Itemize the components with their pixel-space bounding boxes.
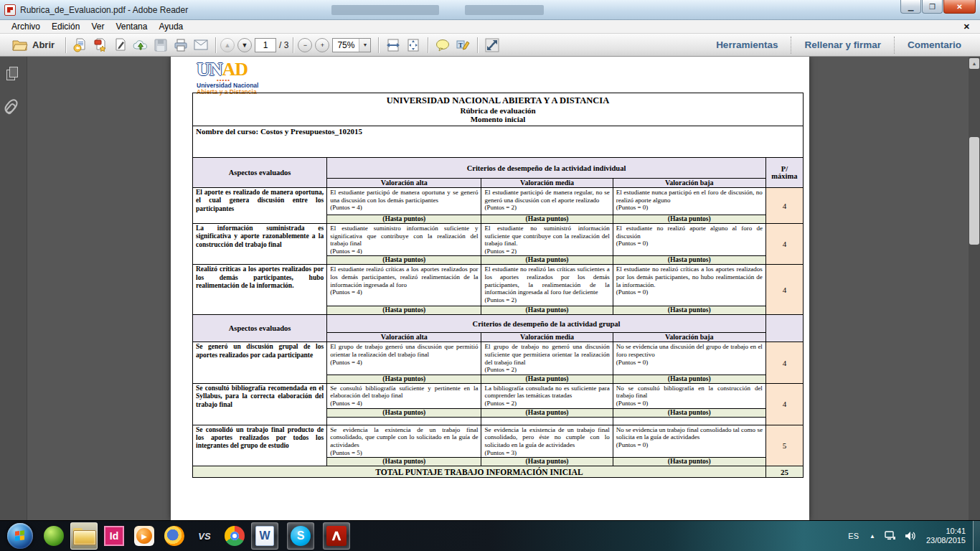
criteria-media-cell: El estudiante participó de manera regula… (481, 188, 613, 215)
create-pdf-button[interactable] (91, 36, 110, 55)
adobe-mark-icon (330, 529, 343, 542)
fullscreen-mode-button[interactable] (483, 36, 501, 55)
criteria-media-cell: El estudiante no realizó las críticas su… (481, 265, 613, 306)
aspectos-header: Aspectos evaluados (193, 315, 327, 342)
table-row: Se consultó bibliografía recomendada en … (193, 383, 804, 408)
show-hidden-icons-chevron[interactable]: ▲ (864, 533, 880, 540)
criteria-baja-cell: El estudiante nunca participó en el foro… (613, 188, 765, 215)
tray-date: 23/08/2015 (926, 536, 966, 545)
criteria-alta-cell: El estudiante participó de manera oportu… (327, 188, 481, 215)
save-button[interactable] (151, 36, 170, 55)
chevron-down-icon[interactable]: ▼ (359, 39, 370, 52)
valoracion-baja-header: Valoración baja (613, 333, 765, 342)
taskbar-icon-explorer[interactable] (70, 522, 98, 550)
valoracion-media-header: Valoración media (481, 333, 613, 342)
show-desktop-button[interactable] (973, 521, 980, 551)
criteria-baja-cell: No se evidencia una discusión del grupo … (613, 342, 765, 375)
share-file-button[interactable] (71, 36, 90, 55)
windows-flag-icon (15, 530, 25, 541)
page-thumbnails-icon[interactable] (6, 67, 18, 81)
desktop: Rubrica_de_Evaluacion.pdf - Adobe Reader… (0, 0, 980, 551)
criteria-baja-cell: No se evidencia un trabajo final consoli… (613, 425, 765, 457)
criteria-alta-cell: Se evidencia la existencia de un trabajo… (327, 425, 481, 457)
fit-page-button[interactable] (404, 36, 423, 55)
taskbar-icon-visual-studio[interactable]: VS (191, 522, 218, 550)
section1-header-row: Aspectos evaluados Criterios de desempeñ… (193, 158, 804, 179)
tab-herramientas[interactable]: Herramientas (703, 39, 791, 50)
close-button[interactable]: ✕ (943, 0, 976, 14)
fit-width-button[interactable] (384, 36, 402, 55)
volume-icon[interactable] (900, 531, 920, 541)
table-row: Se generó un discusión grupal de los apo… (193, 342, 804, 375)
email-button[interactable] (192, 36, 210, 55)
table-row: La información suministrada es significa… (193, 224, 804, 256)
criteria-media-cell: El estudiante no suministró información … (481, 224, 613, 256)
next-page-button[interactable]: ▼ (237, 38, 252, 52)
aspect-cell: La información suministrada es significa… (193, 224, 327, 265)
minimize-button[interactable]: ▁ (900, 0, 921, 14)
criteria-alta-cell: El estudiante suministro información suf… (327, 224, 481, 256)
start-button[interactable] (7, 523, 33, 549)
zoom-in-button[interactable]: + (315, 38, 329, 52)
criteria-media-cell: El grupo de trabajo no generó una discus… (481, 342, 613, 375)
clock[interactable]: 10:41 23/08/2015 (920, 527, 973, 545)
total-label: TOTAL PUNTAJE TRABAJO INFORMACIÓN INICIA… (193, 466, 766, 478)
criteria-baja-cell: El estudiante no realizó críticas a los … (613, 265, 765, 306)
tool-panes: Herramientas Rellenar y firmar Comentari… (703, 34, 974, 56)
menu-ventana[interactable]: Ventana (110, 21, 153, 32)
menu-archivo[interactable]: Archivo (6, 21, 46, 32)
taskbar-icon-green-app[interactable] (40, 522, 67, 550)
window-titlebar[interactable]: Rubrica_de_Evaluacion.pdf - Adobe Reader… (0, 0, 980, 20)
scroll-up-icon[interactable]: ▲ (969, 58, 979, 69)
menu-ayuda[interactable]: Ayuda (153, 21, 189, 32)
points-cell: 4 (765, 342, 803, 383)
criteria-baja-cell: El estudiante no realizó aporte alguno a… (613, 224, 765, 256)
zoom-level-value: 75% (333, 40, 359, 50)
taskbar-icon-skype[interactable]: S (287, 522, 314, 550)
rubric-subtitle: Rúbrica de evaluación (196, 106, 800, 115)
taskbar: Id ▶ VS W S ES ▲ 10:41 2 (0, 520, 980, 551)
previous-page-button[interactable]: ▲ (220, 38, 235, 52)
zoom-out-button[interactable]: − (298, 38, 312, 52)
pdf-page[interactable]: UNAD ••••• Universidad Nacional Abierta … (171, 57, 809, 520)
course-name: Nombre del curso: Costos y Presupuestos_… (193, 126, 804, 158)
language-indicator[interactable]: ES (842, 532, 864, 540)
taskbar-icon-word[interactable]: W (251, 522, 278, 550)
print-button[interactable] (171, 36, 190, 55)
menu-edicion[interactable]: Edición (46, 21, 85, 32)
criteria-baja-cell: No se consultó bibliografía en la constr… (613, 383, 765, 408)
zoom-level-select[interactable]: 75% ▼ (332, 38, 371, 52)
network-icon[interactable] (880, 531, 900, 541)
scrollbar-thumb[interactable] (969, 137, 979, 245)
highlight-text-button[interactable]: T (453, 36, 472, 55)
aspect-cell: Se generó un discusión grupal de los apo… (193, 342, 327, 383)
attachments-paperclip-icon[interactable] (2, 97, 19, 115)
table-row: Realizó críticas a los aportes realizado… (193, 265, 804, 306)
sign-document-button[interactable] (111, 36, 130, 55)
taskbar-icon-adobe-reader[interactable] (323, 522, 350, 550)
points-cell: 4 (765, 383, 803, 425)
document-pane: UNAD ••••• Universidad Nacional Abierta … (0, 57, 980, 520)
menu-ver[interactable]: Ver (85, 21, 110, 32)
cloud-upload-button[interactable] (131, 36, 150, 55)
tab-comentario[interactable]: Comentario (895, 39, 974, 50)
table-row: Se consolidó un trabajo final producto d… (193, 425, 804, 457)
close-document-icon[interactable]: ✕ (959, 22, 974, 32)
system-tray: ES ▲ 10:41 23/08/2015 (842, 521, 980, 551)
aspectos-header: Aspectos evaluados (193, 158, 327, 188)
pmax-header: P/máxima (765, 158, 803, 188)
section2-header-row: Aspectos evaluados Criterios de desempeñ… (193, 315, 804, 333)
pmax-header-empty (765, 315, 803, 342)
taskbar-icon-chrome[interactable] (221, 522, 248, 550)
tab-rellenar-firmar[interactable]: Rellenar y firmar (791, 39, 894, 50)
sticky-note-button[interactable] (433, 36, 452, 55)
vertical-scrollbar[interactable]: ▲ (969, 57, 980, 520)
taskbar-icon-firefox[interactable] (161, 522, 188, 550)
taskbar-icon-indesign[interactable]: Id (100, 522, 128, 550)
page-number-input[interactable] (255, 38, 276, 52)
open-button[interactable]: Abrir (6, 36, 60, 55)
tray-time: 10:41 (926, 527, 966, 536)
points-cell: 4 (765, 188, 803, 224)
taskbar-icon-media-player[interactable]: ▶ (131, 522, 158, 550)
restore-button[interactable]: ❐ (922, 0, 943, 14)
